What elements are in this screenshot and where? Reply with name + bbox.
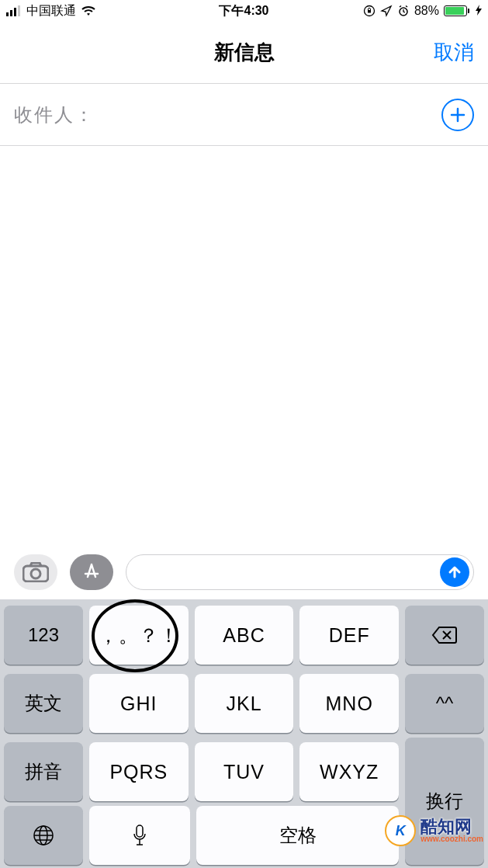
key-123[interactable]: 123 [4,606,83,665]
status-time: 下午4:30 [219,3,268,19]
svg-rect-0 [6,12,9,16]
status-bar: 中国联通 下午4:30 88% [0,0,488,22]
plus-icon [449,106,466,123]
nav-header: 新信息 取消 [0,22,488,84]
alarm-icon [397,5,410,17]
key-mno[interactable]: MNO [299,674,399,733]
battery-icon [444,5,469,16]
app-store-icon [81,561,102,583]
key-english[interactable]: 英文 [4,674,83,733]
app-store-button[interactable] [70,554,113,590]
key-return[interactable]: 换行 [405,738,484,865]
recipient-row: 收件人： [0,84,488,146]
message-body-area[interactable] [0,146,488,545]
svg-rect-1 [10,10,12,16]
key-dictation[interactable] [89,806,190,865]
backspace-icon [431,626,458,644]
camera-button[interactable] [14,554,57,590]
svg-rect-11 [137,825,143,837]
globe-icon [32,824,55,847]
key-wxyz[interactable]: WXYZ [299,742,399,801]
rotation-lock-icon [363,5,376,17]
key-backspace[interactable] [405,606,484,665]
key-globe[interactable] [4,806,83,865]
charging-icon [476,5,482,18]
keyboard: 123 ，。？！ ABC DEF 英文 GHI JKL MNO ^^ 拼音 PQ… [0,599,488,868]
key-space[interactable]: 空格 [196,806,399,865]
page-title: 新信息 [214,39,275,66]
key-tuv[interactable]: TUV [195,742,294,801]
recipient-input[interactable] [95,104,441,126]
key-pinyin[interactable]: 拼音 [4,742,83,801]
message-field[interactable] [126,554,474,590]
arrow-up-icon [447,564,462,580]
wifi-icon [81,5,96,16]
key-emoji[interactable]: ^^ [405,674,484,733]
svg-rect-3 [18,5,20,16]
carrier-name: 中国联通 [26,3,76,19]
key-ghi[interactable]: GHI [89,674,189,733]
add-recipient-button[interactable] [441,99,474,131]
svg-rect-5 [368,10,371,13]
key-pqrs[interactable]: PQRS [89,742,189,801]
cancel-button[interactable]: 取消 [434,39,474,66]
send-button[interactable] [440,557,469,587]
svg-point-8 [31,569,40,578]
location-icon [380,5,393,17]
mic-icon [132,824,147,847]
key-jkl[interactable]: JKL [195,674,294,733]
key-punct[interactable]: ，。？！ [89,606,189,665]
input-accessory-bar [0,545,488,599]
recipient-label: 收件人： [14,102,95,127]
message-input[interactable] [139,564,440,582]
key-def[interactable]: DEF [299,606,399,665]
camera-icon [22,562,49,582]
cell-signal-icon [6,5,22,16]
battery-percent: 88% [414,4,439,18]
key-abc[interactable]: ABC [195,606,294,665]
svg-rect-2 [14,8,16,16]
